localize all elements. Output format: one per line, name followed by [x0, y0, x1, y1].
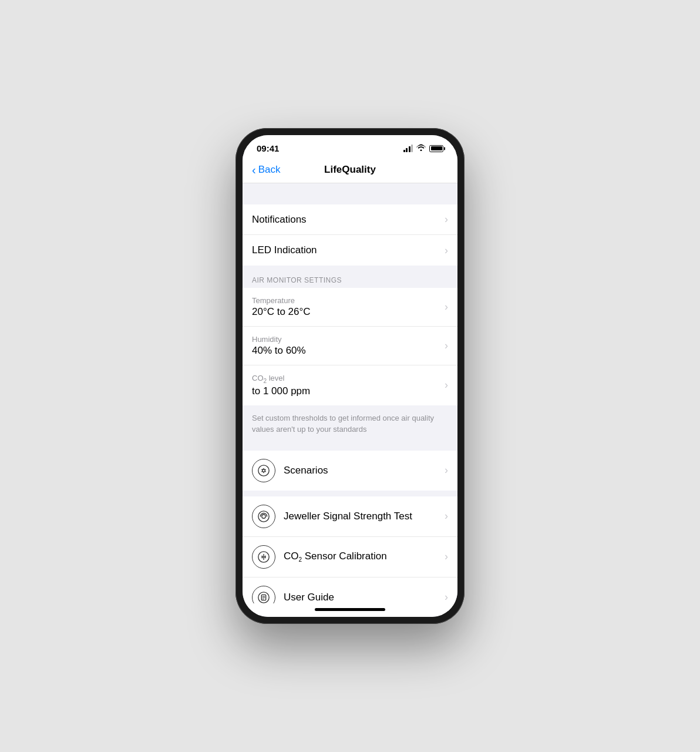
co2-subtitle: CO2 level	[252, 374, 440, 384]
co2-calibration-label: CO2 Sensor Calibration	[284, 550, 387, 562]
led-label: LED Indication	[252, 244, 317, 256]
section-gap-1	[243, 183, 457, 204]
signal-icon	[403, 145, 413, 152]
led-indication-item[interactable]: LED Indication ›	[243, 235, 457, 266]
air-monitor-description: Set custom thresholds to get informed on…	[243, 405, 457, 445]
co2-calibration-chevron-icon: ›	[445, 550, 448, 563]
nav-bar: ‹ Back LifeQuality	[243, 158, 457, 183]
group-air-monitor: Temperature 20°C to 26°C › Humidity 40% …	[243, 288, 457, 405]
user-guide-label: User Guide	[284, 592, 334, 603]
co2-chevron-icon: ›	[445, 379, 448, 391]
status-time: 09:41	[257, 143, 279, 153]
temperature-subtitle: Temperature	[252, 296, 440, 305]
scenarios-label: Scenarios	[284, 465, 328, 476]
temperature-item[interactable]: Temperature 20°C to 26°C ›	[243, 288, 457, 327]
humidity-value: 40% to 60%	[252, 345, 440, 357]
status-bar: 09:41	[243, 135, 457, 158]
scroll-content: Notifications › LED Indication › AIR MON…	[243, 183, 457, 603]
air-monitor-header: AIR MONITOR SETTINGS	[243, 271, 457, 288]
group-scenarios: Scenarios ›	[243, 451, 457, 491]
back-button[interactable]: ‹ Back	[252, 164, 280, 176]
status-icons	[403, 144, 444, 153]
svg-point-1	[262, 469, 265, 472]
jeweller-icon-circle	[252, 505, 275, 528]
description-text: Set custom thresholds to get informed on…	[252, 414, 434, 434]
humidity-chevron-icon: ›	[445, 340, 448, 352]
section-gap-2	[243, 266, 457, 271]
scenarios-icon-circle	[252, 459, 275, 482]
battery-icon	[429, 145, 443, 152]
scenarios-chevron-icon: ›	[445, 464, 448, 476]
temperature-value: 20°C to 26°C	[252, 306, 440, 318]
svg-point-0	[258, 465, 269, 475]
home-bar	[315, 608, 385, 611]
user-guide-chevron-icon: ›	[445, 591, 448, 603]
jeweller-label: Jeweller Signal Strength Test	[284, 511, 412, 522]
humidity-subtitle: Humidity	[252, 335, 440, 344]
phone-frame: 09:41	[235, 128, 465, 624]
group-notifications-led: Notifications › LED Indication ›	[243, 204, 457, 266]
co2-calibration-item[interactable]: CO2 Sensor Calibration ›	[243, 537, 457, 578]
temperature-chevron-icon: ›	[445, 301, 448, 313]
wifi-icon	[416, 144, 426, 153]
back-label: Back	[258, 164, 281, 176]
back-chevron-icon: ‹	[252, 164, 256, 176]
notifications-item[interactable]: Notifications ›	[243, 204, 457, 235]
section-gap-3	[243, 445, 457, 451]
phone-screen: 09:41	[243, 135, 457, 617]
group-device-tools: Jeweller Signal Strength Test ›	[243, 496, 457, 603]
page-title: LifeQuality	[324, 164, 376, 176]
svg-point-2	[258, 511, 269, 521]
led-chevron-icon: ›	[445, 244, 448, 257]
humidity-item[interactable]: Humidity 40% to 60% ›	[243, 327, 457, 365]
section-gap-4	[243, 491, 457, 496]
notifications-chevron-icon: ›	[445, 213, 448, 226]
notifications-label: Notifications	[252, 214, 307, 225]
scenarios-item[interactable]: Scenarios ›	[243, 451, 457, 491]
co2-value: to 1 000 ppm	[252, 385, 440, 397]
jeweller-item[interactable]: Jeweller Signal Strength Test ›	[243, 496, 457, 537]
jeweller-chevron-icon: ›	[445, 510, 448, 522]
co2-item[interactable]: CO2 level to 1 000 ppm ›	[243, 365, 457, 405]
user-guide-item[interactable]: User Guide ›	[243, 578, 457, 603]
home-indicator	[243, 603, 457, 617]
co2-calibration-icon-circle	[252, 545, 275, 569]
user-guide-icon-circle	[252, 586, 275, 603]
